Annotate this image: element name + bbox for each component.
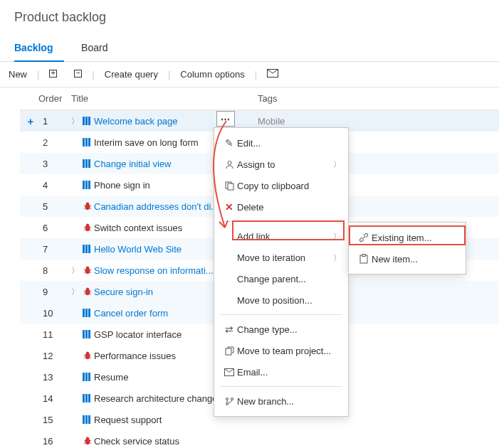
menu-delete[interactable]: ✕Delete [214, 196, 348, 218]
svg-rect-6 [88, 138, 90, 146]
menu-add-link[interactable]: Add link〉 [214, 225, 348, 247]
bug-icon [81, 287, 94, 296]
menu-move-position[interactable]: Move to position... [214, 289, 348, 311]
bug-icon [81, 266, 94, 274]
copy-icon [221, 181, 237, 191]
svg-point-67 [228, 161, 231, 164]
create-query-button[interactable]: Create query [96, 65, 167, 84]
svg-rect-55 [83, 394, 85, 402]
expand-chevron[interactable]: 〉 [71, 287, 81, 297]
tab-board[interactable]: Board [81, 36, 119, 60]
svg-line-23 [84, 230, 86, 230]
svg-rect-52 [83, 373, 85, 381]
order-cell: 7 [38, 244, 71, 255]
pbi-icon [81, 117, 94, 125]
branch-icon [221, 397, 237, 406]
svg-rect-2 [85, 117, 88, 125]
svg-rect-70 [226, 348, 231, 355]
order-cell: 10 [38, 308, 71, 319]
svg-line-50 [84, 358, 86, 358]
menu-label: Move to iteration [237, 252, 333, 263]
menu-label: Add link [237, 231, 333, 242]
svg-rect-59 [85, 415, 88, 424]
order-cell: 3 [38, 159, 71, 169]
order-cell: 12 [38, 351, 71, 361]
menu-copy[interactable]: Copy to clipboard [214, 175, 348, 196]
menu-label: Change type... [237, 324, 341, 335]
collapse-button[interactable] [65, 65, 90, 84]
order-cell: 2 [38, 137, 71, 148]
submenu-new-item[interactable]: New item... [349, 248, 466, 270]
order-cell: 15 [38, 415, 71, 425]
menu-move-iteration[interactable]: Move to iteration〉 [214, 247, 348, 268]
svg-rect-4 [83, 138, 85, 146]
link-icon [356, 233, 372, 242]
order-cell: 16 [38, 436, 71, 447]
svg-rect-54 [88, 373, 90, 381]
new-button[interactable]: New [0, 65, 36, 84]
svg-line-66 [90, 443, 92, 444]
svg-line-24 [90, 230, 92, 230]
menu-move-team[interactable]: Move to team project... [214, 340, 348, 361]
pbi-icon [81, 159, 94, 168]
svg-line-65 [84, 443, 86, 444]
menu-label: New item... [372, 254, 458, 265]
expand-button[interactable] [41, 65, 65, 84]
menu-change-parent[interactable]: Change parent... [214, 268, 348, 289]
menu-label: Assign to [237, 159, 333, 170]
add-child-icon[interactable]: + [23, 115, 38, 127]
order-cell: 6 [38, 223, 71, 233]
menu-edit[interactable]: ✎Edit... [214, 132, 348, 154]
order-cell: 1 [38, 116, 71, 127]
svg-rect-9 [88, 159, 90, 168]
menu-label: Delete [237, 202, 341, 213]
col-order[interactable]: Order [38, 93, 71, 104]
menu-label: Copy to clipboard [237, 181, 341, 191]
order-cell: 5 [38, 201, 71, 212]
chevron-right-icon: 〉 [333, 159, 341, 170]
delete-icon: ✕ [221, 201, 237, 213]
menu-label: Move to team project... [237, 346, 341, 356]
menu-new-branch[interactable]: New branch... [214, 390, 348, 412]
svg-rect-43 [83, 330, 85, 338]
col-tags[interactable]: Tags [236, 93, 499, 104]
separator: | [36, 69, 41, 80]
pbi-icon [81, 330, 94, 338]
svg-point-74 [226, 402, 228, 405]
svg-rect-45 [88, 330, 90, 338]
separator [220, 386, 342, 387]
col-title[interactable]: Title [71, 93, 236, 104]
svg-line-18 [90, 208, 92, 209]
menu-email[interactable]: Email... [214, 361, 348, 383]
table-row[interactable]: 16Check service status [20, 430, 499, 448]
view-tabs: Backlog Board [0, 32, 499, 61]
svg-rect-8 [85, 159, 88, 168]
svg-rect-5 [85, 138, 88, 146]
email-button[interactable] [258, 65, 287, 84]
menu-change-type[interactable]: ⇄Change type... [214, 319, 348, 340]
expand-chevron[interactable]: 〉 [71, 116, 81, 127]
pbi-icon [81, 373, 94, 381]
row-actions-button[interactable]: ⋯ [216, 111, 235, 127]
expand-chevron[interactable]: 〉 [71, 265, 81, 276]
item-title[interactable]: Check service status [94, 436, 236, 447]
svg-rect-58 [83, 415, 85, 424]
svg-point-20 [86, 223, 89, 226]
svg-line-38 [84, 294, 86, 294]
svg-rect-1 [83, 117, 85, 125]
menu-label: Change parent... [237, 274, 341, 284]
pbi-icon [81, 309, 94, 317]
tab-backlog[interactable]: Backlog [14, 36, 64, 62]
page-title: Product backlog [0, 0, 499, 32]
submenu-existing-item[interactable]: Existing item... [349, 227, 466, 248]
menu-assign-to[interactable]: Assign to〉 [214, 154, 348, 175]
svg-rect-40 [83, 309, 85, 317]
column-options-button[interactable]: Column options [172, 65, 253, 84]
item-tags: Mobile [236, 116, 285, 127]
item-title[interactable]: Welcome back page [94, 116, 236, 127]
pbi-icon [81, 245, 94, 253]
svg-rect-12 [88, 181, 90, 189]
svg-line-39 [90, 294, 92, 294]
svg-rect-7 [83, 159, 85, 168]
svg-line-32 [84, 272, 86, 273]
